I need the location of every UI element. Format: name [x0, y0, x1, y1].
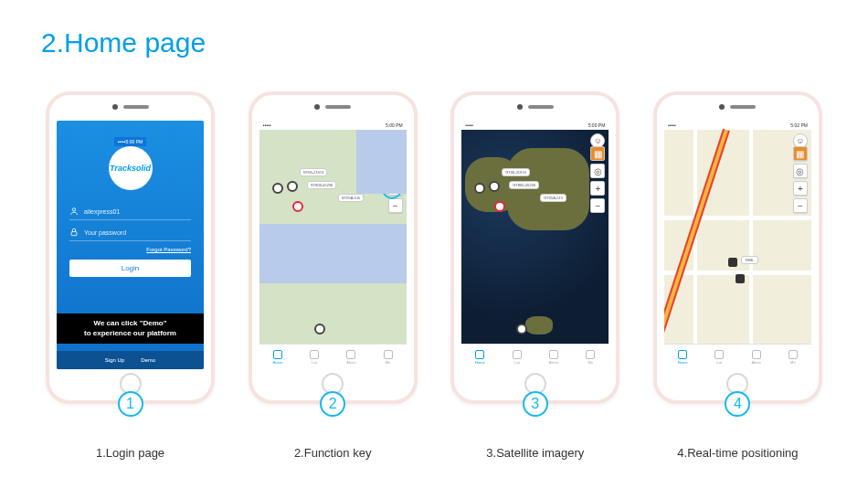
username-field[interactable]: aliexpress01: [69, 203, 191, 220]
layers-button[interactable]: ▦: [388, 146, 403, 161]
phone-frame: •••••5:00 PM ☺ ▦ ◎ + − GT06-219: [249, 91, 418, 404]
layers-button[interactable]: ▦: [590, 146, 605, 161]
phone-frame: •••••5:00 PM ☺ ▦ ◎ + −: [450, 91, 619, 404]
vehicle-icon[interactable]: [736, 274, 745, 283]
screen-login: •••••5:00 PM Tracksolid aliexpress01 You…: [57, 121, 204, 369]
phone-satellite: •••••5:00 PM ☺ ▦ ◎ + −: [446, 91, 624, 460]
map-view[interactable]: ☺ ▦ ◎ + − GT06-21974 GT800-45290: [259, 130, 407, 344]
document-section: 2.Home page •••••5:00 PM Tracksolid: [0, 0, 868, 460]
phone-row: •••••5:00 PM Tracksolid aliexpress01 You…: [41, 91, 827, 460]
target-button[interactable]: ◎: [590, 164, 605, 178]
zoom-in-button[interactable]: +: [590, 181, 605, 196]
tab-me[interactable]: Me: [369, 345, 406, 369]
phone-frame: •••••5:00 PM Tracksolid aliexpress01 You…: [46, 91, 215, 404]
phone-function-key: •••••5:00 PM ☺ ▦ ◎ + − GT06-219: [244, 91, 422, 460]
function-keys: ▦ ◎ + −: [388, 146, 403, 213]
status-bar: •••••5:00 PM: [259, 121, 407, 130]
tab-bar: Home List Alerts Me: [461, 344, 609, 369]
device-chip[interactable]: GT06-21974: [300, 168, 327, 176]
notch: [112, 104, 149, 110]
signup-link[interactable]: Sign Up: [105, 357, 124, 363]
app-logo: Tracksolid: [109, 146, 153, 190]
login-footer: Sign Up Demo: [57, 351, 204, 369]
user-icon: [69, 207, 79, 216]
lock-icon: [69, 228, 79, 237]
poi-icon[interactable]: [287, 181, 298, 192]
function-keys: ▦ ◎ + −: [590, 146, 605, 213]
tab-home[interactable]: Home: [461, 345, 498, 369]
poi-icon[interactable]: [292, 201, 303, 212]
device-chip[interactable]: GT05A-515: [338, 194, 365, 202]
step-caption: 1.Login page: [96, 446, 164, 460]
screen-satellite: •••••5:00 PM ☺ ▦ ◎ + −: [461, 121, 609, 369]
device-chip[interactable]: GT800-45290: [307, 181, 337, 189]
notch: [719, 104, 756, 110]
status-bar: •••••5:00 PM: [461, 121, 609, 130]
zoom-out-button[interactable]: −: [388, 198, 403, 213]
tab-alerts[interactable]: Alerts: [737, 345, 774, 369]
target-button[interactable]: ◎: [388, 164, 403, 178]
demo-banner: We can click "Demo" to experience our pl…: [57, 313, 204, 344]
device-chip[interactable]: GT05A-515: [540, 194, 566, 202]
zoom-in-button[interactable]: +: [388, 181, 403, 196]
poi-icon[interactable]: [314, 324, 325, 334]
step-caption: 2.Function key: [294, 446, 372, 460]
tab-list[interactable]: List: [499, 345, 535, 369]
satellite-view[interactable]: ☺ ▦ ◎ + − GT06-21974 GT800-45290 GT05A-5…: [461, 130, 609, 344]
step-caption: 4.Real-time positioning: [677, 446, 798, 460]
notch: [314, 104, 351, 110]
tab-me[interactable]: Me: [775, 345, 811, 369]
forgot-password-link[interactable]: Forgot Password?: [146, 247, 191, 252]
login-view: •••••5:00 PM Tracksolid aliexpress01 You…: [57, 121, 204, 369]
tab-bar: Home List Alerts Me: [664, 344, 811, 369]
status-bar: •••••5:02 PM: [664, 121, 811, 130]
tab-home[interactable]: Home: [259, 345, 296, 369]
tab-home[interactable]: Home: [664, 345, 701, 369]
zoom-out-button[interactable]: −: [590, 198, 605, 213]
notch: [517, 104, 554, 110]
demo-link[interactable]: Demo: [141, 357, 155, 363]
avatar-button[interactable]: ☺: [388, 133, 403, 148]
device-chip[interactable]: T806..: [741, 256, 758, 264]
step-badge: 4: [725, 391, 750, 417]
tab-alerts[interactable]: Alerts: [333, 345, 369, 369]
status-bar: •••••5:00 PM: [114, 137, 146, 146]
tab-alerts[interactable]: Alerts: [535, 345, 572, 369]
step-caption: 3.Satellite imagery: [486, 446, 584, 460]
screen-map: •••••5:00 PM ☺ ▦ ◎ + − GT06-219: [259, 121, 407, 369]
tab-list[interactable]: List: [296, 345, 333, 369]
screen-street: •••••5:02 PM ☺ ▦ ◎ + −: [664, 121, 811, 369]
tab-list[interactable]: List: [701, 345, 737, 369]
tab-me[interactable]: Me: [572, 345, 609, 369]
step-badge: 3: [523, 391, 548, 417]
phone-frame: •••••5:02 PM ☺ ▦ ◎ + −: [653, 91, 822, 404]
device-chip[interactable]: GT06-21974: [502, 168, 529, 176]
phone-realtime: •••••5:02 PM ☺ ▦ ◎ + −: [649, 91, 827, 460]
target-button[interactable]: ◎: [793, 164, 808, 178]
zoom-out-button[interactable]: −: [793, 198, 808, 213]
step-badge: 1: [118, 391, 143, 417]
step-badge: 2: [320, 391, 345, 417]
device-chip[interactable]: GT800-45290: [509, 181, 539, 189]
section-title: 2.Home page: [41, 27, 827, 58]
password-field[interactable]: Your password: [69, 224, 191, 241]
poi-icon[interactable]: [272, 183, 283, 194]
street-view[interactable]: ☺ ▦ ◎ + − T806..: [664, 130, 811, 344]
poi-icon[interactable]: [516, 324, 527, 334]
tab-bar: Home List Alerts Me: [259, 344, 407, 369]
highlight-circle: [376, 135, 407, 199]
function-keys: ▦ ◎ + −: [793, 146, 808, 213]
zoom-in-button[interactable]: +: [793, 181, 808, 196]
login-button[interactable]: Login: [69, 260, 191, 277]
layers-button[interactable]: ▦: [793, 146, 808, 161]
svg-point-0: [72, 208, 75, 211]
phone-login: •••••5:00 PM Tracksolid aliexpress01 You…: [41, 91, 219, 460]
vehicle-icon[interactable]: [728, 258, 737, 267]
svg-rect-1: [71, 232, 77, 236]
